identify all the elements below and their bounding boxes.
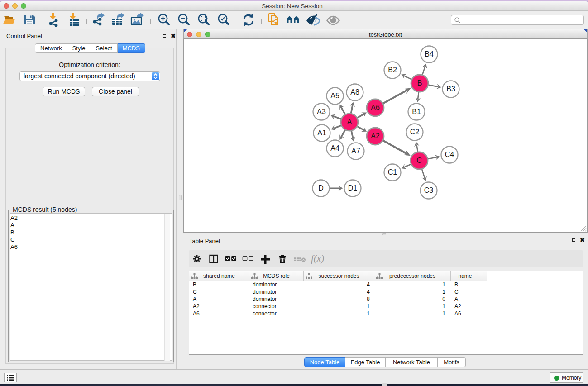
svg-text:A7: A7 (351, 147, 360, 155)
svg-text:B1: B1 (412, 108, 421, 115)
svg-text:B2: B2 (388, 66, 397, 74)
svg-text:D: D (318, 184, 324, 192)
svg-text:B: B (417, 79, 422, 87)
svg-text:B4: B4 (425, 50, 434, 58)
svg-text:B3: B3 (446, 85, 455, 93)
svg-text:A5: A5 (330, 92, 339, 100)
svg-text:C4: C4 (445, 151, 454, 158)
svg-text:A6: A6 (371, 104, 380, 111)
svg-text:A3: A3 (317, 108, 326, 115)
svg-text:C: C (416, 157, 422, 164)
svg-text:D1: D1 (348, 184, 358, 192)
svg-text:A: A (347, 118, 352, 126)
svg-text:A2: A2 (371, 132, 380, 140)
svg-text:A8: A8 (350, 88, 359, 96)
svg-text:A1: A1 (317, 129, 326, 137)
svg-text:C2: C2 (410, 128, 420, 136)
svg-text:A4: A4 (330, 144, 339, 152)
svg-text:C1: C1 (388, 168, 397, 176)
svg-text:C3: C3 (424, 186, 434, 194)
